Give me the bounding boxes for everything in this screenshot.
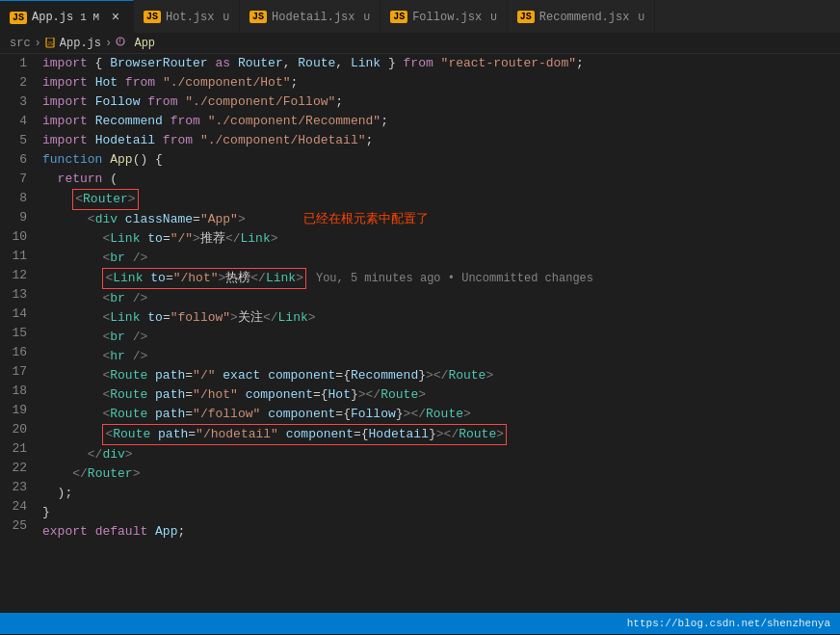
tab-label: Hot.jsx xyxy=(166,11,214,24)
breadcrumb-app: f App xyxy=(116,37,155,50)
tab-indicator: U xyxy=(638,12,644,23)
code-line-16: <hr /> xyxy=(42,347,840,366)
code-line-15: <br /> xyxy=(42,328,840,347)
chinese-annotation: 已经在根元素中配置了 xyxy=(303,210,429,229)
code-line-1: import { BrowserRouter as Router, Route,… xyxy=(42,54,840,73)
js-icon: JS xyxy=(390,11,407,23)
code-line-6: function App() { xyxy=(42,150,840,170)
tab-label: Follow.jsx xyxy=(412,11,482,24)
function-icon: f xyxy=(116,37,125,46)
tab-hodetailjsx[interactable]: JS Hodetail.jsx U xyxy=(240,0,381,34)
code-line-3: import Follow from "./component/Follow"; xyxy=(42,93,840,112)
tab-recommendjsx[interactable]: JS Recommend.jsx U xyxy=(508,0,655,34)
tab-label: Recommend.jsx xyxy=(539,11,630,24)
status-bar: https://blog.csdn.net/shenzhenya xyxy=(0,613,840,634)
code-line-25: export default App; xyxy=(42,522,840,542)
js-icon: JS xyxy=(249,11,267,23)
router-tag-highlight: <Router> xyxy=(72,189,138,210)
code-line-17: <Route path="/" exact component={Recomme… xyxy=(42,366,840,385)
link-hot-highlight: <Link to="/hot">热榜</Link> xyxy=(102,268,306,289)
code-line-19: <Route path="/follow" component={Follow}… xyxy=(42,405,840,424)
code-line-23: ); xyxy=(42,484,840,503)
code-area: import { BrowserRouter as Router, Route,… xyxy=(39,54,840,613)
code-line-24: } xyxy=(42,503,840,522)
code-line-11: <br /> xyxy=(42,249,840,268)
js-icon: JS xyxy=(144,11,161,23)
tab-indicator: U xyxy=(364,12,371,23)
code-line-5: import Hodetail from "./component/Hodeta… xyxy=(42,131,840,150)
breadcrumb-appjs: JS App.js xyxy=(45,37,101,50)
tab-indicator: 1 M xyxy=(80,12,99,23)
route-hodetail-highlight: <Route path="/hodetail" component={Hodet… xyxy=(102,424,507,445)
breadcrumb-src: src xyxy=(10,37,31,50)
js-icon: JS xyxy=(10,12,27,24)
code-line-12: <Link to="/hot">热榜</Link> You, 5 minutes… xyxy=(42,268,840,289)
svg-text:JS: JS xyxy=(47,40,53,46)
tab-hotjsx[interactable]: JS Hot.jsx U xyxy=(134,0,240,34)
code-line-14: <Link to="follow">关注</Link> xyxy=(42,308,840,328)
code-line-18: <Route path="/hot" component={Hot}></Rou… xyxy=(42,385,840,405)
tab-followjsx[interactable]: JS Follow.jsx U xyxy=(381,0,508,34)
tab-bar: JS App.js 1 M × JS Hot.jsx U JS Hodetail… xyxy=(0,0,840,34)
file-icon: JS xyxy=(45,38,57,49)
tab-label: App.js xyxy=(32,11,73,24)
code-line-2: import Hot from "./component/Hot"; xyxy=(42,73,840,93)
git-annotation: You, 5 minutes ago • Uncommitted changes xyxy=(316,269,593,288)
line-numbers: 12345 678910 1112131415 1617181920 21222… xyxy=(0,54,39,613)
close-icon[interactable]: × xyxy=(108,10,123,25)
js-icon: JS xyxy=(517,11,535,23)
code-line-13: <br /> xyxy=(42,289,840,308)
code-line-20: <Route path="/hodetail" component={Hodet… xyxy=(42,424,840,445)
tab-label: Hodetail.jsx xyxy=(272,11,354,24)
code-line-10: <Link to="/">推荐</Link> xyxy=(42,229,840,249)
tab-indicator: U xyxy=(223,12,229,23)
code-line-21: </div> xyxy=(42,445,840,464)
code-line-22: </Router> xyxy=(42,464,840,484)
tab-indicator: U xyxy=(490,12,497,23)
code-line-9: <div className="App"> 已经在根元素中配置了 xyxy=(42,210,840,229)
code-line-4: import Recommend from "./component/Recom… xyxy=(42,112,840,131)
svg-text:f: f xyxy=(118,38,122,44)
code-line-7: return ( xyxy=(42,170,840,189)
breadcrumb: src › JS App.js › f App xyxy=(0,34,840,54)
editor: 12345 678910 1112131415 1617181920 21222… xyxy=(0,54,840,613)
code-line-8: <Router> xyxy=(42,189,840,210)
status-url: https://blog.csdn.net/shenzhenya xyxy=(627,618,830,629)
tab-appjs[interactable]: JS App.js 1 M × xyxy=(0,0,134,34)
